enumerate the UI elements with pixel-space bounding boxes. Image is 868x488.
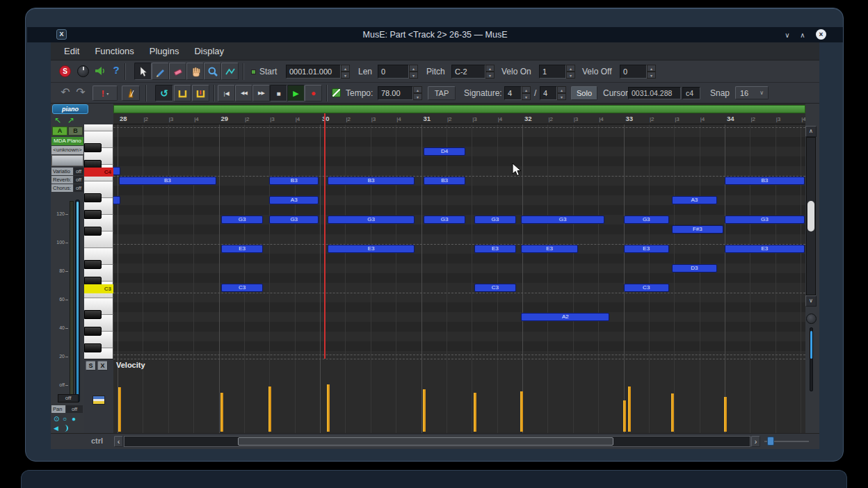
len-spinbox[interactable]: 0 ▴▾ xyxy=(378,65,418,79)
volume-value-field[interactable]: off xyxy=(58,394,79,402)
midi-note[interactable] xyxy=(113,167,120,175)
forward-button[interactable]: ▶▶ xyxy=(252,85,270,101)
pointer-tool-button[interactable] xyxy=(134,63,152,80)
midi-note[interactable]: C3 xyxy=(221,284,263,292)
piano-key-black[interactable] xyxy=(84,343,102,352)
pitch-value[interactable]: C-2 xyxy=(451,65,485,79)
zoom-tool-button[interactable] xyxy=(204,63,221,80)
arrow-left-icon[interactable]: ↖ xyxy=(54,115,61,125)
menu-plugins[interactable]: Plugins xyxy=(146,44,183,58)
velocity-bar[interactable] xyxy=(623,400,626,432)
close-button[interactable]: × xyxy=(816,29,826,40)
spin-down-icon[interactable]: ▾ xyxy=(341,72,350,79)
velocity-bar[interactable] xyxy=(520,391,523,432)
velocity-bar[interactable] xyxy=(724,397,727,432)
hzoom-slider-handle[interactable] xyxy=(767,437,774,446)
undo-icon[interactable]: ↶ xyxy=(58,86,73,101)
signature-numerator-value[interactable]: 4 xyxy=(504,86,522,100)
len-value[interactable]: 0 xyxy=(378,65,409,79)
midi-note[interactable]: E3 xyxy=(474,245,516,253)
horizontal-scrollbar-track[interactable] xyxy=(124,436,750,447)
velo-off-spinbox[interactable]: 0 ▴▾ xyxy=(620,65,656,79)
redo-icon[interactable]: ↷ xyxy=(73,86,88,101)
tempo-value[interactable]: 78.00 xyxy=(378,86,413,100)
spin-down-icon[interactable]: ▾ xyxy=(409,72,418,79)
horizontal-scrollbar-thumb[interactable] xyxy=(238,437,613,446)
velocity-solo-button[interactable]: S xyxy=(86,361,96,371)
piano-key-black[interactable] xyxy=(84,260,102,269)
midi-note[interactable]: G3 xyxy=(624,215,669,224)
velocity-bar[interactable] xyxy=(671,393,674,432)
midi-note[interactable]: G3 xyxy=(269,215,319,224)
b-button[interactable]: B xyxy=(68,127,83,136)
midi-note[interactable]: B3 xyxy=(725,177,805,185)
tempo-icon[interactable] xyxy=(332,88,341,97)
line-draw-tool-button[interactable] xyxy=(221,63,239,80)
metronome-button[interactable] xyxy=(122,86,140,101)
midi-note[interactable]: A3 xyxy=(269,196,319,204)
spin-up-icon[interactable]: ▴ xyxy=(485,65,495,72)
spin-up-icon[interactable]: ▴ xyxy=(341,65,350,72)
loop-button[interactable]: ↺ xyxy=(155,85,173,101)
velocity-bar[interactable] xyxy=(628,387,631,432)
midi-note[interactable] xyxy=(113,196,120,204)
hscroll-right-button[interactable]: › xyxy=(751,436,760,447)
midi-note[interactable]: D4 xyxy=(424,147,465,156)
solo-button[interactable]: Solo xyxy=(571,86,597,100)
velocity-bar[interactable] xyxy=(268,387,271,432)
velocity-area[interactable]: Velocity xyxy=(113,359,805,433)
part-bar[interactable] xyxy=(113,105,805,113)
record-button[interactable]: ● xyxy=(305,85,322,101)
vertical-scrollbar-thumb[interactable] xyxy=(807,201,814,231)
stop-button[interactable]: ■ xyxy=(270,85,287,101)
midi-note[interactable]: G3 xyxy=(221,215,263,224)
menu-display[interactable]: Display xyxy=(191,44,227,58)
pan-value-field[interactable]: off xyxy=(66,405,83,413)
velocity-bar[interactable] xyxy=(220,393,223,432)
spin-down-icon[interactable]: ▾ xyxy=(557,93,566,100)
vertical-scrollbar-track[interactable] xyxy=(806,137,816,295)
monitor-speaker-icon[interactable]: ◀ xyxy=(54,424,58,432)
piano-key-black[interactable] xyxy=(84,193,102,202)
midi-note[interactable]: A3 xyxy=(672,196,717,204)
vzoom-knob[interactable] xyxy=(806,314,817,324)
scroll-down-button[interactable]: ∨ xyxy=(805,295,817,307)
menu-functions[interactable]: Functions xyxy=(91,44,137,58)
midi-note[interactable]: G3 xyxy=(474,215,516,224)
pan-tool-button[interactable] xyxy=(186,63,204,80)
ring-icon[interactable]: ○ xyxy=(63,415,67,423)
spin-up-icon[interactable]: ▴ xyxy=(647,65,656,72)
speaker-icon[interactable] xyxy=(94,65,106,80)
piano-key-black[interactable] xyxy=(84,227,102,236)
controller-row-value[interactable]: off xyxy=(74,168,83,175)
midi-note[interactable]: B3 xyxy=(328,177,415,185)
midi-note[interactable]: E3 xyxy=(624,245,669,253)
skip-start-button[interactable]: |◀ xyxy=(218,85,235,101)
hscroll-left-button[interactable]: ‹ xyxy=(114,436,123,447)
menu-edit[interactable]: Edit xyxy=(61,44,83,58)
tap-button[interactable]: TAP xyxy=(428,86,456,100)
midi-note[interactable]: E3 xyxy=(725,245,805,253)
timeline-ruler[interactable]: 28|2|3|429|2|3|430|2|3|431|2|3|432|2|3|4… xyxy=(113,113,805,124)
start-value[interactable]: 0001.01.000 xyxy=(286,65,341,79)
spin-up-icon[interactable]: ▴ xyxy=(566,65,575,72)
note-grid[interactable]: B3G3E3C3B3A3G3B3G3E3D4B3G3G3E3C3G3E3A2G3… xyxy=(113,124,805,359)
scroll-up-button[interactable]: ∧ xyxy=(805,126,817,137)
pencil-tool-button[interactable] xyxy=(152,63,169,80)
knob-icon[interactable] xyxy=(77,65,89,77)
maximize-button[interactable]: ∧ xyxy=(797,30,808,40)
shade-button[interactable]: ∨ xyxy=(782,30,793,40)
power-icon[interactable]: ⊙ xyxy=(54,415,59,423)
piano-key-black[interactable] xyxy=(84,210,102,219)
midi-note[interactable]: E3 xyxy=(328,245,415,253)
controller-select-icon[interactable] xyxy=(93,396,105,405)
piano-key-black[interactable] xyxy=(84,310,102,319)
dot-icon[interactable]: ● xyxy=(72,415,76,423)
signature-denominator-value[interactable]: 4 xyxy=(540,86,557,100)
eraser-tool-button[interactable] xyxy=(169,63,186,80)
arrow-right-icon[interactable]: ↗ xyxy=(67,115,74,125)
midi-note[interactable]: F#3 xyxy=(672,225,724,234)
velocity-bar[interactable] xyxy=(474,393,476,432)
part-tab[interactable]: piano xyxy=(52,104,88,114)
whats-this-icon[interactable]: ? xyxy=(111,64,122,79)
